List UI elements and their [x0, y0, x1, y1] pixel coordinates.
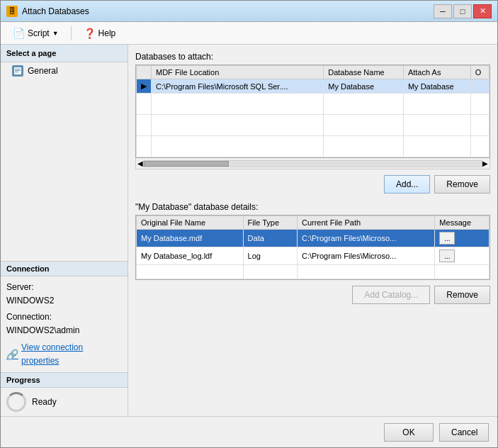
catalog-remove-row: Add Catalog... Remove — [135, 286, 490, 304]
connection-section: Connection Server: WINDOWS2 Connection: … — [1, 261, 128, 372]
detail-cell-filetype-2: Log — [243, 247, 297, 265]
cell-attach-as: My Database — [403, 79, 470, 94]
databases-table: MDF File Location Database Name Attach A… — [136, 65, 489, 157]
select-page-header: Select a page — [1, 45, 128, 62]
col-mdf-location: MDF File Location — [152, 66, 324, 79]
scroll-left-btn[interactable]: ◀ — [137, 159, 143, 167]
svg-rect-2 — [15, 70, 21, 71]
window-title: Attach Databases — [22, 6, 89, 16]
detail-cell-filename-1: My Database.mdf — [137, 230, 244, 247]
minimize-button[interactable]: ─ — [434, 4, 452, 18]
details-empty-row — [137, 265, 489, 279]
db-details-label: "My Database" database details: — [135, 202, 490, 212]
title-controls: ─ □ ✕ — [434, 4, 492, 18]
empty-row-2 — [137, 115, 489, 136]
table-row[interactable]: ▶ C:\Program Files\Microsoft SQL Ser....… — [137, 79, 489, 94]
connection-link-text: View connection properties — [21, 341, 122, 368]
help-button[interactable]: ❓ Help — [77, 24, 123, 43]
details-row-ldf[interactable]: My Database_log.ldf Log C:\Program Files… — [137, 247, 489, 265]
script-icon: 📄 — [13, 28, 25, 39]
connection-info: Server: WINDOWS2 Connection: WINDOWS2\ad… — [1, 276, 128, 372]
detail-cell-message-2: ... — [435, 247, 489, 265]
table-header-row: MDF File Location Database Name Attach A… — [137, 66, 489, 79]
col-file-name: Original File Name — [137, 216, 244, 230]
main-content: Select a page General Connection Server:… — [1, 45, 497, 416]
general-label: General — [28, 66, 58, 76]
connection-link-icon: 🔗 — [6, 347, 18, 362]
server-label: Server: — [6, 281, 122, 294]
databases-table-container: MDF File Location Database Name Attach A… — [135, 65, 490, 158]
toolbar-divider — [71, 26, 72, 40]
bottom-bar: OK Cancel — [1, 416, 497, 447]
connection-header: Connection — [1, 262, 128, 276]
add-remove-row: Add... Remove — [135, 175, 490, 194]
left-panel: Select a page General Connection Server:… — [1, 45, 128, 416]
col-checkbox — [137, 66, 152, 79]
progress-section: Progress Ready — [1, 372, 128, 416]
close-button[interactable]: ✕ — [473, 4, 492, 18]
svg-rect-1 — [15, 69, 21, 69]
empty-row-1 — [137, 94, 489, 115]
detail-cell-message-1: ... — [435, 230, 489, 247]
connection-label: Connection: — [6, 310, 122, 324]
svg-rect-3 — [15, 72, 18, 72]
scrollbar-thumb[interactable] — [144, 161, 229, 167]
details-table-container: Original File Name File Type Current Fil… — [135, 215, 490, 280]
details-row-mdf[interactable]: My Database.mdf Data C:\Program Files\Mi… — [137, 230, 489, 247]
remove-details-button[interactable]: Remove — [434, 286, 490, 304]
col-database-name: Database Name — [324, 66, 404, 79]
maximize-button[interactable]: □ — [453, 4, 472, 18]
view-connection-properties-link[interactable]: 🔗 View connection properties — [6, 341, 122, 368]
toolbar: 📄 Script ▼ ❓ Help — [1, 22, 497, 45]
browse-ldf-button[interactable]: ... — [439, 250, 455, 262]
cancel-button[interactable]: Cancel — [439, 423, 489, 442]
browse-mdf-button[interactable]: ... — [439, 232, 455, 245]
horizontal-scrollbar[interactable]: ◀ ▶ — [135, 158, 490, 169]
scrollbar-track[interactable] — [143, 160, 482, 167]
col-attach-as: Attach As — [403, 66, 470, 79]
window-icon: 🗄 — [6, 6, 18, 17]
script-label: Script — [28, 28, 50, 38]
detail-cell-filetype-1: Data — [243, 230, 297, 247]
col-file-type: File Type — [243, 216, 297, 230]
details-header-row: Original File Name File Type Current Fil… — [137, 216, 489, 230]
ok-button[interactable]: OK — [384, 423, 434, 442]
col-message: Message — [435, 216, 489, 230]
empty-row-3 — [137, 136, 489, 157]
detail-cell-filepath-2: C:\Program Files\Microso... — [297, 247, 434, 265]
sidebar-item-general[interactable]: General — [1, 62, 128, 79]
progress-status: Ready — [32, 397, 57, 407]
main-window: 🗄 Attach Databases ─ □ ✕ 📄 Script ▼ ❓ He… — [0, 0, 498, 448]
databases-section: Databases to attach: MDF File Location D… — [135, 52, 490, 169]
progress-header: Progress — [1, 373, 128, 388]
progress-spinner — [6, 392, 26, 412]
add-button[interactable]: Add... — [384, 175, 430, 194]
remove-button[interactable]: Remove — [434, 175, 490, 194]
scroll-right-btn[interactable]: ▶ — [482, 159, 488, 167]
databases-label: Databases to attach: — [135, 52, 490, 62]
left-spacer — [1, 79, 128, 261]
script-button[interactable]: 📄 Script ▼ — [6, 24, 65, 43]
col-file-path: Current File Path — [297, 216, 434, 230]
details-table: Original File Name File Type Current Fil… — [136, 215, 489, 279]
col-owner: O — [470, 66, 489, 79]
help-icon: ❓ — [84, 28, 96, 39]
connection-value: WINDOWS2\admin — [6, 324, 122, 337]
progress-content: Ready — [1, 388, 128, 416]
title-bar: 🗄 Attach Databases ─ □ ✕ — [1, 1, 497, 22]
right-panel: Databases to attach: MDF File Location D… — [128, 45, 497, 416]
cell-mdf-location: C:\Program Files\Microsoft SQL Ser.... — [152, 79, 324, 94]
server-value: WINDOWS2 — [6, 294, 122, 308]
cell-owner — [470, 79, 489, 94]
detail-cell-filepath-1: C:\Program Files\Microso... — [297, 230, 434, 247]
general-icon — [12, 65, 23, 77]
detail-cell-filename-2: My Database_log.ldf — [137, 247, 244, 265]
row-selector: ▶ — [137, 79, 152, 94]
title-bar-left: 🗄 Attach Databases — [6, 6, 89, 17]
add-catalog-button[interactable]: Add Catalog... — [352, 286, 430, 304]
script-dropdown-icon: ▼ — [52, 30, 59, 37]
help-label: Help — [98, 28, 116, 38]
cell-database-name: My Database — [324, 79, 404, 94]
db-details-section: "My Database" database details: Original… — [135, 199, 490, 280]
